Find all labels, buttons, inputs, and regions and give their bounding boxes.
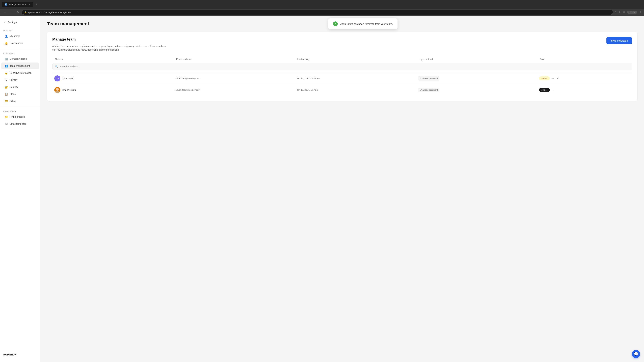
shield-icon: 🛡 [5,78,8,82]
sidebar-item-hiring-process[interactable]: 📁 Hiring process [1,113,39,120]
email-column-header: Email address [176,56,297,62]
download-icon[interactable]: ⬇ [619,11,621,14]
tab-favicon: H [5,3,7,5]
chevron-icon: ▾ [12,30,14,31]
role-badge-admin: admin [539,76,550,80]
back-to-app-button[interactable]: ← Settings [0,19,40,25]
email-shane: 5a2859ed@moodjoy.com [176,89,297,91]
lock-icon-sidebar: 🔒 [5,71,8,75]
reload-button[interactable]: ↻ [16,10,20,14]
login-method-john: Email and password [418,76,539,81]
activity-column-header: Last activity [297,56,418,62]
privacy-label: Privacy [10,79,18,81]
close-tab-button[interactable]: ✕ [28,3,30,6]
member-search-bar[interactable]: 🔍 [52,63,632,70]
team-icon: 👥 [5,64,8,67]
user-cell-john: JS John Smith [54,75,176,81]
building-icon: 🏢 [5,57,8,60]
name-column-header[interactable]: Name ▲ [54,56,176,62]
chat-button[interactable]: 💬 [632,350,640,358]
avatar-john-smith: JS [54,75,60,81]
tab-label: Settings · Homerun [8,3,27,6]
search-icon: 🔍 [55,65,58,68]
sidebar-item-company-details[interactable]: 🏢 Company details [1,55,39,62]
sidebar-item-sensitive-information[interactable]: 🔒 Sensitive information [1,69,39,76]
email-templates-label: Email templates [10,122,26,125]
activity-john: Jan 18, 2024, 12:49 pm [297,77,418,80]
edit-button-john[interactable]: ✏ [551,76,554,81]
nav-actions: ☆ ⬇ ⊟ Incognito ⋮ [614,11,642,14]
security-label: Security [10,86,18,88]
table-headers-row: Name ▲ Email address Last activity Login… [52,56,632,62]
hiring-icon: 📁 [5,115,8,118]
team-management-label: Team management [10,64,30,67]
lock-icon: 🔒 [24,11,27,13]
settings-title: Settings [8,21,17,24]
chevron-icon-3: ▾ [15,110,16,112]
sidebar-item-plans[interactable]: 📋 Plans [1,91,39,97]
login-column-header: Login method [418,56,539,62]
forward-button[interactable]: → [9,10,14,14]
browser-tab[interactable]: H Settings · Homerun ✕ [2,2,33,7]
hiring-process-label: Hiring process [10,115,25,118]
activity-shane: Jan 19, 2024, 5:17 pm [297,89,418,91]
browser-nav: ← → ↻ 🔒 app.homerun.co/settings/team-man… [0,9,644,16]
toast-check-icon: ✓ [333,21,338,26]
manage-team-card: Manage team Admins have access to every … [47,32,637,101]
personal-section-label: Personal ▾ [0,28,40,32]
company-details-label: Company details [10,57,27,60]
bookmark-icon[interactable]: ☆ [614,11,617,14]
profile-icon: 👤 [5,34,8,38]
user-cell-shane: Shane Smith [54,87,176,93]
billing-icon: 💳 [5,99,8,103]
invite-colleague-button[interactable]: Invite colleague [606,37,632,44]
manage-team-header: Manage team Admins have access to every … [52,37,632,52]
notifications-label: Notifications [10,42,22,44]
delete-button-john[interactable]: ✕ [556,76,560,81]
url-text: app.homerun.co/settings/team-management [28,11,71,13]
sidebar-item-email-templates[interactable]: ✉ Email templates [1,120,39,127]
sidebar-item-team-management[interactable]: 👥 Team management [1,62,39,69]
sidebar-item-my-profile[interactable]: 👤 My profile [1,33,39,39]
company-section-label: Company ▾ [0,51,40,55]
role-badge-owner: owner [539,88,550,92]
role-cell-john: admin ✏ ✕ [539,76,630,81]
sidebar-item-security[interactable]: 🔐 Security [1,84,39,90]
my-profile-label: My profile [10,35,20,37]
security-icon: 🔐 [5,85,8,89]
search-input[interactable] [60,65,629,68]
new-tab-button[interactable]: + [34,2,39,7]
bell-icon: 🔔 [5,41,8,45]
back-button[interactable]: ← [2,10,8,14]
user-name-shane: Shane Smith [62,89,76,91]
email-icon: ✉ [5,122,8,125]
toast-notification: ✓ John Smith has been removed from your … [328,18,398,29]
sidebar-toggle-icon[interactable]: ⊟ [623,11,625,14]
chevron-icon-2: ▾ [14,52,14,54]
svg-point-1 [55,91,60,93]
sidebar-item-privacy[interactable]: 🛡 Privacy [1,77,39,83]
toast-message: John Smith has been removed from your te… [340,22,393,25]
sidebar-item-notifications[interactable]: 🔔 Notifications [1,40,39,46]
table-row: JS John Smith 42de77e3@moodjoy.com Jan 1… [52,72,632,84]
sensitive-information-label: Sensitive information [10,71,32,74]
chat-icon: 💬 [634,352,638,356]
homerun-logo: HOMERUN [0,351,40,359]
sidebar: ← Settings Personal ▾ 👤 My profile 🔔 Not… [0,16,40,362]
user-name-john: John Smith [62,77,74,80]
avatar-shane-smith [54,87,60,93]
manage-team-description: Admins have access to every feature and … [52,44,170,52]
main-content: ✓ John Smith has been removed from your … [40,16,644,362]
more-options-button-shane[interactable]: ··· [551,87,556,92]
members-table: Name ▲ Email address Last activity Login… [52,56,632,96]
login-method-shane: Email and password [418,88,539,92]
address-bar[interactable]: 🔒 app.homerun.co/settings/team-managemen… [22,10,613,15]
incognito-badge: Incognito [627,11,637,14]
browser-chrome: H Settings · Homerun ✕ + [0,0,644,9]
plans-label: Plans [10,93,16,95]
email-john: 42de77e3@moodjoy.com [176,77,297,80]
manage-team-info: Manage team Admins have access to every … [52,37,170,52]
manage-team-title: Manage team [52,37,170,41]
menu-icon[interactable]: ⋮ [639,11,642,14]
sidebar-item-billing[interactable]: 💳 Billing [1,98,39,104]
